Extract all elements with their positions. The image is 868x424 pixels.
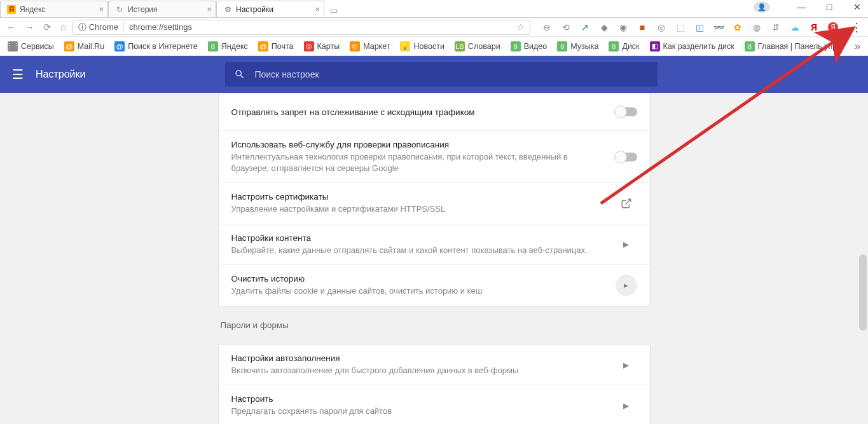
- window-maximize[interactable]: □: [821, 2, 837, 12]
- privacy-card: Отправлять запрет на отслеживание с исхо…: [218, 93, 651, 306]
- setting-save-passwords[interactable]: Настроить Предлагать сохранять пароли дл…: [219, 385, 650, 424]
- yandex-ext-icon[interactable]: Я: [828, 22, 838, 32]
- panel-icon: 8: [745, 41, 755, 51]
- row-title: Отправлять запрет на отслеживание с исхо…: [231, 107, 605, 117]
- tab-label: Яндекс: [20, 5, 45, 14]
- gear-icon: ⚙: [223, 5, 232, 14]
- bookmark-search[interactable]: @Поиск в Интернете: [114, 41, 198, 51]
- new-tab-button[interactable]: ▭: [327, 3, 341, 17]
- tab-close-icon[interactable]: ×: [207, 4, 212, 14]
- bookmark-label: Словари: [468, 42, 500, 51]
- partition-icon: ◧: [650, 41, 660, 51]
- bookmarks-overflow-icon[interactable]: »: [855, 41, 860, 52]
- ext-icon[interactable]: ◫: [694, 22, 705, 32]
- search-icon: [234, 69, 245, 80]
- settings-content[interactable]: Отправлять запрет на отслеживание с исхо…: [0, 93, 868, 424]
- ext-icon[interactable]: ◎: [656, 22, 666, 32]
- bookmark-maps[interactable]: ◎Карты: [304, 41, 340, 51]
- setting-content[interactable]: Настройки контента Выбирайте, какие данн…: [219, 224, 650, 265]
- bookmark-star-icon[interactable]: ☆: [517, 22, 525, 32]
- bookmark-disk[interactable]: 8Диск: [609, 41, 639, 51]
- setting-clear-history[interactable]: Очистить историю Удалить файлы cookie и …: [219, 264, 650, 306]
- row-title: Использовать веб-службу для проверки пра…: [231, 140, 605, 149]
- settings-search[interactable]: Поиск настроек: [225, 62, 658, 86]
- tab-history[interactable]: ↻ История ×: [108, 1, 216, 17]
- tab-yandex[interactable]: Я Яндекс ×: [0, 1, 108, 17]
- window-minimize[interactable]: —: [793, 2, 809, 12]
- toggle-switch[interactable]: [616, 153, 637, 161]
- arrow-circle-icon[interactable]: ▸: [616, 275, 637, 296]
- video-icon: 8: [511, 41, 521, 51]
- home-button[interactable]: ⌂: [60, 22, 66, 33]
- browser-menu-icon[interactable]: ⋮: [851, 20, 862, 34]
- window-close[interactable]: ✕: [849, 2, 865, 12]
- toggle-switch[interactable]: [616, 107, 637, 116]
- tab-close-icon[interactable]: ×: [99, 4, 104, 14]
- tab-close-icon[interactable]: ×: [315, 4, 320, 14]
- mailru-icon: @: [64, 41, 74, 51]
- tab-label: Настройки: [236, 5, 273, 14]
- reload-button[interactable]: ⟳: [43, 22, 52, 33]
- url-text: chrome://settings: [129, 22, 192, 32]
- tab-settings[interactable]: ⚙ Настройки ×: [216, 1, 324, 17]
- chevron-right-icon[interactable]: ▸: [616, 354, 637, 376]
- bookmark-label: Карты: [317, 42, 340, 51]
- row-title: Настроить сертификаты: [231, 192, 605, 202]
- ext-icon[interactable]: ◉: [618, 22, 628, 32]
- menu-icon[interactable]: ☰: [0, 67, 36, 82]
- external-link-icon[interactable]: [616, 193, 637, 214]
- row-subtitle: Включить автозаполнение для быстрого доб…: [231, 365, 605, 376]
- ext-icon[interactable]: ⬚: [675, 22, 685, 32]
- chevron-right-icon[interactable]: ▸: [616, 233, 637, 255]
- toolbar: ← → ⟳ ⌂ ⓘ Chrome chrome://settings ☆ ⊖ ⟲…: [0, 18, 868, 37]
- setting-autofill[interactable]: Настройки автозаполнения Включить автоза…: [219, 345, 650, 385]
- bookmark-label: Mail.Ru: [78, 42, 104, 51]
- tab-label: История: [128, 5, 158, 14]
- tab-icon-history: ↻: [115, 5, 124, 14]
- ext-icon[interactable]: ⇵: [771, 22, 781, 32]
- bookmark-label: Диск: [622, 42, 639, 51]
- bookmark-split-disk[interactable]: ◧Как разделить диск: [650, 41, 734, 51]
- page-title: Настройки: [36, 69, 85, 80]
- bookmark-mailru[interactable]: @Mail.Ru: [64, 41, 104, 51]
- chevron-right-icon[interactable]: ▸: [616, 395, 637, 416]
- yandex-icon: 8: [208, 41, 218, 51]
- scrollbar-thumb[interactable]: [859, 254, 867, 331]
- ext-icon[interactable]: ■: [637, 22, 647, 32]
- bookmarks-bar: ⋮⋮Сервисы @Mail.Ru @Поиск в Интернете 8Я…: [0, 37, 868, 56]
- setting-spellcheck[interactable]: Использовать веб-службу для проверки пра…: [219, 130, 650, 182]
- security-chip: ⓘ Chrome: [78, 22, 124, 33]
- bookmark-video[interactable]: 8Видео: [511, 41, 548, 51]
- bookmark-dict[interactable]: LBСловари: [455, 41, 500, 51]
- ext-icon[interactable]: Я: [809, 22, 819, 32]
- ext-icon[interactable]: ⊖: [542, 22, 552, 32]
- row-subtitle: Удалить файлы cookie и данные сайтов, оч…: [231, 285, 605, 297]
- maps-icon: ◎: [304, 41, 314, 51]
- profile-icon[interactable]: 👤: [754, 1, 770, 13]
- ext-icon[interactable]: ◍: [752, 22, 762, 32]
- bookmark-pochta[interactable]: @Почта: [258, 41, 294, 51]
- ext-icon[interactable]: ◆: [599, 22, 609, 32]
- ext-icon[interactable]: ↗: [580, 22, 590, 32]
- ext-icon[interactable]: ⟲: [561, 22, 571, 32]
- setting-do-not-track[interactable]: Отправлять запрет на отслеживание с исхо…: [219, 93, 650, 130]
- bookmark-market[interactable]: ◎Маркет: [350, 41, 390, 51]
- ext-icon[interactable]: 👓: [713, 22, 724, 32]
- bookmark-services[interactable]: ⋮⋮Сервисы: [8, 41, 54, 51]
- bookmark-music[interactable]: 8Музыка: [557, 41, 598, 51]
- bookmark-news[interactable]: 💡Новости: [400, 41, 444, 51]
- ext-icon[interactable]: ✿: [733, 22, 743, 32]
- forward-button[interactable]: →: [25, 22, 34, 33]
- bookmark-cpanel[interactable]: 8Главная | Панель упр: [745, 41, 837, 51]
- bookmark-label: Как разделить диск: [663, 42, 734, 51]
- settings-header: ☰ Настройки Поиск настроек: [0, 56, 868, 93]
- bookmark-yandex[interactable]: 8Яндекс: [208, 41, 248, 51]
- back-button[interactable]: ←: [6, 22, 16, 33]
- address-bar[interactable]: ⓘ Chrome chrome://settings ☆: [72, 20, 530, 35]
- bookmark-label: Видео: [524, 42, 548, 51]
- disk-icon: 8: [609, 41, 619, 51]
- row-subtitle: Выбирайте, какие данные отправлять сайта…: [231, 245, 605, 256]
- ext-icon[interactable]: ☁: [790, 22, 800, 32]
- apps-icon: ⋮⋮: [8, 41, 18, 51]
- setting-certificates[interactable]: Настроить сертификаты Управление настрой…: [219, 182, 650, 224]
